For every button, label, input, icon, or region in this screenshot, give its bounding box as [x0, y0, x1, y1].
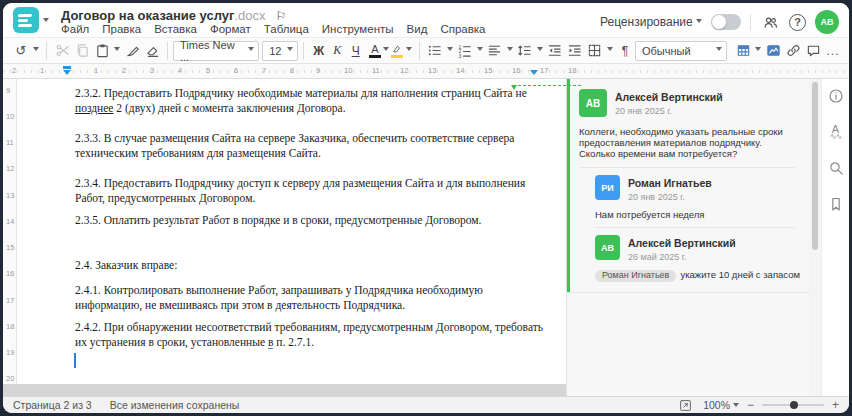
copy-button[interactable]: [72, 40, 92, 62]
first-line-indent-marker[interactable]: [63, 66, 71, 69]
highlight-button[interactable]: [391, 44, 404, 58]
review-mode-dropdown[interactable]: Рецензирование: [600, 15, 702, 29]
highlighter-icon: [391, 44, 404, 54]
zoom-slider[interactable]: [762, 404, 824, 406]
document-title-text: Договор на оказание услуг: [61, 8, 234, 23]
comment-text: Коллеги, необходимо указать реальные сро…: [579, 126, 797, 159]
paste-icon: [95, 43, 110, 58]
doc-line: 2.4. Заказчик вправе:: [75, 259, 177, 271]
review-toggle[interactable]: [711, 14, 741, 30]
hruler-num: 17: [540, 66, 548, 75]
paste-button[interactable]: [92, 40, 112, 62]
hruler-num: 14: [456, 66, 464, 75]
highlight-dropdown[interactable]: [404, 40, 414, 62]
bullet-list-button[interactable]: [425, 40, 445, 62]
bookmarks-button[interactable]: [827, 195, 845, 213]
review-caret-icon: [696, 19, 702, 26]
align-button[interactable]: [485, 40, 505, 62]
align-dropdown[interactable]: [505, 40, 515, 62]
font-color-dropdown[interactable]: [381, 40, 391, 62]
zoom-slider-handle[interactable]: [790, 401, 798, 409]
zoom-out-button[interactable]: −: [747, 398, 754, 412]
comment-anchor-word[interactable]: позднее: [75, 102, 113, 114]
decrease-indent-button[interactable]: [545, 40, 565, 62]
menu-item-format[interactable]: Формат: [210, 23, 251, 35]
table-icon: [736, 43, 751, 58]
flag-icon[interactable]: ⚐: [276, 9, 287, 23]
cut-button[interactable]: [52, 40, 72, 62]
user-avatar[interactable]: АВ: [815, 10, 839, 34]
italic-button[interactable]: К: [328, 43, 347, 58]
menu-item-edit[interactable]: Правка: [102, 23, 141, 35]
vertical-ruler[interactable]: 9 10 11 12 13 14 15 16 17 18 19 20: [3, 79, 17, 384]
vertical-scrollbar[interactable]: [809, 79, 821, 396]
menu-item-tools[interactable]: Инструменты: [322, 23, 394, 35]
menu-item-help[interactable]: Справка: [440, 23, 485, 35]
font-size-select[interactable]: 12: [262, 41, 298, 61]
document-title: Договор на оказание услуг.docx⚐: [61, 8, 286, 23]
document-info-button[interactable]: [827, 87, 845, 105]
hruler-num: 2: [12, 66, 16, 75]
help-button[interactable]: ?: [789, 14, 806, 31]
insert-link-button[interactable]: [783, 40, 803, 62]
menu-item-file[interactable]: Файл: [61, 23, 89, 35]
document-area: 9 10 11 12 13 14 15 16 17 18 19 20 2.3.2…: [3, 79, 566, 396]
text-cursor: [74, 353, 76, 368]
right-indent-marker[interactable]: [530, 70, 538, 79]
format-painter-button[interactable]: [122, 40, 142, 62]
paragraph-shading-button[interactable]: [585, 40, 605, 62]
font-name-select[interactable]: Times New ...: [173, 41, 259, 61]
doc-line: техническим требованиям для размещения С…: [75, 147, 321, 159]
zoom-select[interactable]: 100%: [703, 399, 739, 411]
image-icon: [766, 43, 781, 58]
paragraph-style-select[interactable]: Обычный: [635, 41, 727, 61]
hruler-num: 10: [344, 66, 352, 75]
bold-button[interactable]: Ж: [309, 44, 328, 58]
increase-indent-button[interactable]: [565, 40, 585, 62]
hruler-num: 4: [178, 66, 182, 75]
hruler-num: 18: [568, 66, 576, 75]
comment-author: Алексей Вертинский: [615, 91, 723, 103]
highlight-color-swatch: [391, 55, 403, 58]
menu-item-view[interactable]: Вид: [407, 23, 428, 35]
zoom-in-button[interactable]: +: [832, 398, 839, 412]
comment-date: 20 янв 2025 г.: [628, 192, 685, 202]
insert-table-dropdown[interactable]: [753, 40, 763, 62]
nonprinting-chars-button[interactable]: ¶: [615, 40, 635, 62]
horizontal-ruler[interactable]: 2 1 1 2 3 4 5 6 7 8 9 10 11 12 13 14 15 …: [3, 64, 849, 79]
menu-bar: Файл Правка Вставка Формат Таблица Инстр…: [61, 23, 486, 35]
app-logo-button[interactable]: [13, 7, 39, 33]
left-indent-marker[interactable]: [63, 70, 71, 79]
numbered-list-dropdown[interactable]: [475, 40, 485, 62]
search-button[interactable]: [827, 159, 845, 177]
fit-page-button[interactable]: [675, 394, 695, 413]
undo-button[interactable]: ↺: [11, 40, 31, 62]
line-spacing-dropdown[interactable]: [535, 40, 545, 62]
scrollbar-thumb[interactable]: [812, 82, 818, 250]
hruler-num: 6: [234, 66, 238, 75]
doc-line: 2.3.2. Предоставить Подрядчику необходим…: [75, 87, 527, 99]
underline-button[interactable]: Ч: [346, 44, 365, 58]
bullet-list-dropdown[interactable]: [445, 40, 455, 62]
menu-item-table[interactable]: Таблица: [264, 23, 309, 35]
paste-dropdown[interactable]: [112, 40, 122, 62]
menu-item-insert[interactable]: Вставка: [154, 23, 197, 35]
desktop-background: Договор на оказание услуг.docx⚐ Файл Пра…: [0, 0, 852, 416]
toolbar-more-button[interactable]: ...: [823, 40, 843, 62]
document-page[interactable]: 2.3.2. Предоставить Подрядчику необходим…: [17, 79, 566, 384]
undo-dropdown[interactable]: [31, 40, 41, 62]
font-color-button[interactable]: А: [369, 44, 381, 58]
paragraph-shading-dropdown[interactable]: [605, 40, 615, 62]
clear-style-button[interactable]: [142, 40, 162, 62]
insert-comment-button[interactable]: [803, 40, 823, 62]
spellcheck-button[interactable]: А∿∿: [827, 123, 845, 141]
line-spacing-button[interactable]: [515, 40, 535, 62]
comment-text: Нам потребуется неделя: [595, 209, 795, 220]
collaboration-users-button[interactable]: [760, 11, 780, 33]
comment-date: 20 янв 2025 г.: [615, 106, 672, 116]
insert-table-button[interactable]: [733, 40, 753, 62]
insert-image-button[interactable]: [763, 40, 783, 62]
logo-dropdown-caret-icon[interactable]: [43, 18, 49, 25]
numbered-list-button[interactable]: 123: [455, 40, 475, 62]
save-status: Все изменения сохранены: [110, 399, 240, 411]
